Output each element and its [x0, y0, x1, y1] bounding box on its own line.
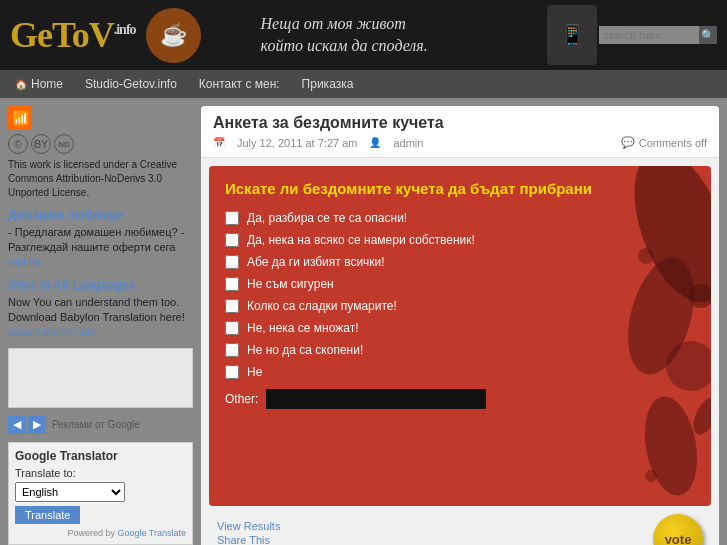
- post-date: July 12, 2011 at 7:27 am: [237, 137, 357, 149]
- svg-point-6: [645, 470, 657, 482]
- poll-other-input[interactable]: [266, 389, 486, 409]
- poll-options-list: Да, разбира се те са опасни!Да, нека на …: [225, 211, 695, 379]
- poll-checkbox-0[interactable]: [225, 211, 239, 225]
- poll-label-5: Не, нека се множат!: [247, 321, 359, 335]
- nav-bar: 🏠 Home Studio-Getov.info Контакт с мен: …: [0, 70, 727, 98]
- home-icon: 🏠: [15, 79, 27, 90]
- cc-circle-icon: ©: [8, 134, 28, 154]
- poll-question: Искате ли бездомните кучета да бъдат при…: [225, 180, 695, 197]
- user-meta-icon: 👤: [369, 137, 381, 148]
- post-title: Анкета за бездомните кучета: [213, 114, 707, 132]
- logo: GeToV.info: [10, 14, 136, 56]
- google-translator-title: Google Translator: [15, 449, 186, 463]
- poll-option-5: Не, нека се множат!: [225, 321, 695, 335]
- poll-checkbox-4[interactable]: [225, 299, 239, 313]
- share-this-link[interactable]: Share This: [217, 534, 703, 545]
- poll-other-label: Other:: [225, 392, 258, 406]
- poll-option-3: Не съм сигурен: [225, 277, 695, 291]
- calendar-meta-icon: 📅: [213, 137, 225, 148]
- poll-label-2: Абе да ги избият всички!: [247, 255, 385, 269]
- poll-label-0: Да, разбира се те са опасни!: [247, 211, 407, 225]
- comment-icon: 💬: [621, 136, 635, 149]
- poll-checkbox-1[interactable]: [225, 233, 239, 247]
- google-translator-box: Google Translator Translate to: English …: [8, 442, 193, 545]
- poll-other-section: Other:: [225, 389, 695, 409]
- nav-item-story[interactable]: Приказка: [292, 73, 364, 95]
- poll-checkbox-2[interactable]: [225, 255, 239, 269]
- sidebar: 📶 © BY ND This work is licensed under a …: [8, 106, 193, 545]
- ads-next-button[interactable]: ▶: [28, 416, 46, 434]
- ads-label: Реклами от Google: [52, 416, 140, 434]
- content-area: Анкета за бездомните кучета 📅 July 12, 2…: [201, 106, 719, 545]
- view-results-link[interactable]: View Results: [217, 520, 703, 532]
- comments-off: 💬 Comments off: [621, 136, 707, 149]
- poll-option-7: Не: [225, 365, 695, 379]
- main-layout: 📶 © BY ND This work is licensed under a …: [0, 98, 727, 545]
- header-tagline: Неща от моя живот който искам да споделя…: [261, 13, 428, 58]
- search-input[interactable]: [599, 26, 699, 44]
- sidebar-link-pets-url[interactable]: zad.be: [8, 256, 193, 268]
- cc-by-icon: BY: [31, 134, 51, 154]
- poll-option-6: Не но да са скопени!: [225, 343, 695, 357]
- sidebar-link-langs[interactable]: Sites in All Languages: [8, 278, 193, 292]
- ads-box: [8, 348, 193, 408]
- phone-image: 📱: [547, 5, 597, 65]
- sidebar-section-langs: Sites in All Languages Now You can under…: [8, 278, 193, 338]
- cc-nd-icon: ND: [54, 134, 74, 154]
- poll-footer: View Results Share This Polldaddy.com vo…: [201, 514, 719, 545]
- poll-checkbox-3[interactable]: [225, 277, 239, 291]
- rss-icon[interactable]: 📶: [8, 106, 32, 130]
- nav-item-studio[interactable]: Studio-Getov.info: [75, 73, 187, 95]
- sidebar-desc-langs: Now You can understand them too. Downloa…: [8, 295, 193, 326]
- ads-navigation: ◀ ▶ Реклами от Google: [8, 416, 193, 434]
- poll-label-7: Не: [247, 365, 262, 379]
- translate-to-label: Translate to:: [15, 467, 186, 479]
- post-header: Анкета за бездомните кучета 📅 July 12, 2…: [201, 106, 719, 158]
- google-translate-link[interactable]: Google Translate: [117, 528, 186, 538]
- sidebar-link-babylon[interactable]: www.babylon.com: [8, 326, 193, 338]
- post-meta: 📅 July 12, 2011 at 7:27 am 👤 admin 💬 Com…: [213, 136, 707, 149]
- poll-checkbox-5[interactable]: [225, 321, 239, 335]
- poll-label-1: Да, нека на всяко се намери собственик!: [247, 233, 475, 247]
- language-select[interactable]: English Bulgarian Spanish French German: [15, 482, 125, 502]
- ads-prev-button[interactable]: ◀: [8, 416, 26, 434]
- poll-option-4: Колко са сладки пумарите!: [225, 299, 695, 313]
- translate-button[interactable]: Translate: [15, 506, 80, 524]
- powered-by-text: Powered by Google Translate: [15, 528, 186, 538]
- poll-checkbox-7[interactable]: [225, 365, 239, 379]
- nav-item-home[interactable]: 🏠 Home: [5, 73, 73, 95]
- header: GeToV.info ☕ Неща от моя живот който иск…: [0, 0, 727, 70]
- search-button[interactable]: 🔍: [699, 26, 717, 44]
- search-box: 🔍: [599, 26, 717, 44]
- sidebar-section-pets: Домашни любимци - Предлагам домашен люби…: [8, 208, 193, 268]
- coffee-cup-image: ☕: [146, 8, 201, 63]
- cc-badge: © BY ND: [8, 134, 193, 154]
- poll-label-3: Не съм сигурен: [247, 277, 334, 291]
- poll-label-4: Колко са сладки пумарите!: [247, 299, 397, 313]
- poll-checkbox-6[interactable]: [225, 343, 239, 357]
- poll-option-1: Да, нека на всяко се намери собственик!: [225, 233, 695, 247]
- vote-button[interactable]: vote: [653, 514, 703, 545]
- poll-option-2: Абе да ги избият всички!: [225, 255, 695, 269]
- poll-label-6: Не но да са скопени!: [247, 343, 363, 357]
- poll-box: Искате ли бездомните кучета да бъдат при…: [209, 166, 711, 506]
- poll-option-0: Да, разбира се те са опасни!: [225, 211, 695, 225]
- license-text: This work is licensed under a Creative C…: [8, 158, 193, 200]
- post-author: admin: [393, 137, 423, 149]
- nav-item-contact[interactable]: Контакт с мен:: [189, 73, 290, 95]
- sidebar-link-pets[interactable]: Домашни любимци: [8, 208, 193, 222]
- sidebar-desc-pets: - Предлагам домашен любимец? - Разглежда…: [8, 225, 193, 256]
